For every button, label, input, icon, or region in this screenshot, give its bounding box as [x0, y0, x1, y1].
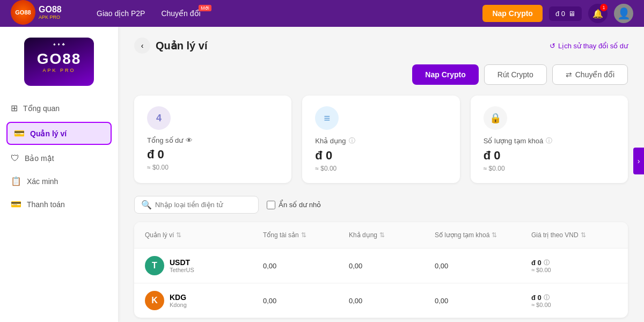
- kdg-icon: K: [145, 291, 164, 310]
- coin-sub-kdg: Kdong: [170, 302, 187, 308]
- coin-info-kdg: K KDG Kdong: [145, 291, 263, 310]
- grid-icon: ⊞: [11, 103, 18, 113]
- hide-small-checkbox[interactable]: [267, 201, 275, 209]
- wallet-icon: 💳: [14, 128, 25, 138]
- shield-icon: 🛡: [11, 153, 19, 163]
- kdg-vnd: đ 0 ⓘ: [531, 294, 628, 302]
- page-title-row: ‹ Quản lý ví: [134, 38, 207, 54]
- sort-icon-4[interactable]: ⇅: [581, 231, 586, 239]
- stats-cards: 4 Tổng số dư 👁 đ 0 ≈ $0.00 ≡ Khả dụng ⓘ …: [134, 96, 628, 183]
- coin-details-usdt: USDT TetherUS: [170, 258, 194, 273]
- coin-name-usdt: USDT: [170, 258, 194, 267]
- sort-icon-1[interactable]: ⇅: [301, 231, 306, 239]
- chuyen-doi-button[interactable]: ⇄ Chuyển đổi: [552, 64, 628, 85]
- th-tong-tai-san: Tổng tài sản ⇅: [263, 228, 349, 243]
- nav-links: Giao dịch P2P Chuyển đổi Mới: [97, 9, 466, 18]
- sidebar-item-xac-minh[interactable]: 📋 Xác minh: [0, 170, 118, 193]
- stat-label-locked: Số lượng tạm khoá ⓘ: [484, 136, 615, 145]
- search-icon: 🔍: [141, 200, 152, 210]
- coin-info-usdt: T USDT TetherUS: [145, 256, 263, 275]
- info-icon-usdt: ⓘ: [544, 259, 550, 267]
- nav-p2p[interactable]: Giao dịch P2P: [97, 9, 145, 18]
- usdt-total: 0,00: [263, 262, 349, 270]
- stat-card-kha-dung: ≡ Khả dụng ⓘ đ 0 ≈ $0.00: [302, 96, 459, 183]
- eye-icon[interactable]: 👁: [186, 136, 193, 144]
- stat-card-tam-khoa: 🔒 Số lượng tạm khoá ⓘ đ 0 ≈ $0.00: [471, 96, 628, 183]
- kdg-total: 0,00: [263, 297, 349, 305]
- locked-icon: 🔒: [484, 106, 507, 130]
- info-icon-kdg: ⓘ: [544, 294, 550, 302]
- main-layout: GO88 APK PRO ♠♦♣ ⊞ Tổng quan 💳 Quản lý v…: [0, 27, 644, 322]
- action-buttons: Nap Crypto Rút Crypto ⇄ Chuyển đổi: [134, 64, 628, 85]
- sidebar-label-quan-ly-vi: Quản lý ví: [30, 129, 67, 138]
- nap-crypto-button[interactable]: Nap Crypto: [412, 64, 478, 85]
- th-quan-ly-vi: Quản lý ví ⇅: [145, 228, 263, 243]
- navbar: GO88 GO88 APK PRO Giao dịch P2P Chuyển đ…: [0, 0, 644, 27]
- page-title: Quản lý ví: [156, 39, 207, 52]
- stat-value-locked: đ 0: [484, 149, 615, 163]
- stat-usd-kha: ≈ $0.00: [315, 165, 447, 172]
- th-gia-tri-vnd: Giá trị theo VND ⇅: [531, 228, 628, 243]
- stat-card-tong-so-du: 4 Tổng số dư 👁 đ 0 ≈ $0.00: [134, 96, 291, 183]
- balance-box: đ 0 🖥: [549, 6, 582, 21]
- hide-small-balance-label[interactable]: Ẩn số dư nhỏ: [267, 201, 321, 209]
- coin-details-kdg: KDG Kdong: [170, 293, 187, 308]
- scroll-right-arrow[interactable]: ›: [633, 148, 644, 174]
- kdg-available: 0,00: [349, 297, 435, 305]
- info-icon-available: ⓘ: [349, 136, 355, 145]
- logo: GO88 GO88 APK PRO: [11, 0, 80, 27]
- history-link[interactable]: ↺ Lịch sử thay đổi số dư: [550, 42, 628, 50]
- new-badge: Mới: [199, 5, 211, 11]
- sidebar: GO88 APK PRO ♠♦♣ ⊞ Tổng quan 💳 Quản lý v…: [0, 27, 118, 322]
- usdt-locked: 0,00: [435, 262, 531, 270]
- sidebar-label-thanh-toan: Thanh toán: [27, 200, 65, 209]
- nav-right: Nap Crypto đ 0 🖥 🔔 1 👤: [482, 4, 633, 23]
- search-input[interactable]: [155, 201, 252, 209]
- sidebar-label-tong-quan: Tổng quan: [23, 104, 60, 113]
- sidebar-item-thanh-toan[interactable]: 💳 Thanh toán: [0, 193, 118, 216]
- usdt-price: đ 0 ⓘ ≈ $0.00: [531, 259, 628, 273]
- coin-sub-usdt: TetherUS: [170, 267, 194, 273]
- sidebar-item-tong-quan[interactable]: ⊞ Tổng quan: [0, 97, 118, 120]
- sort-icon-3[interactable]: ⇅: [492, 231, 497, 239]
- table-header: Quản lý ví ⇅ Tổng tài sản ⇅ Khả dụng ⇅ S…: [134, 222, 628, 248]
- history-icon: ↺: [550, 42, 555, 50]
- kdg-locked: 0,00: [435, 297, 531, 305]
- sidebar-item-quan-ly-vi[interactable]: 💳 Quản lý ví: [6, 122, 112, 145]
- table-row: T USDT TetherUS 0,00 0,00 0,00 đ 0 ⓘ ≈ $…: [134, 248, 628, 283]
- table-row: K KDG Kdong 0,00 0,00 0,00 đ 0 ⓘ ≈ $0.00: [134, 283, 628, 318]
- sidebar-label-xac-minh: Xác minh: [27, 177, 58, 186]
- content-header: ‹ Quản lý ví ↺ Lịch sử thay đổi số dư: [134, 38, 628, 54]
- payment-icon: 💳: [11, 199, 21, 209]
- kdg-price: đ 0 ⓘ ≈ $0.00: [531, 294, 628, 308]
- rut-crypto-button[interactable]: Rút Crypto: [484, 64, 547, 85]
- usdt-vnd: đ 0 ⓘ: [531, 259, 628, 267]
- th-kha-dung: Khả dụng ⇅: [349, 228, 435, 243]
- usdt-icon: T: [145, 256, 164, 275]
- sort-icon-0[interactable]: ⇅: [176, 231, 181, 239]
- transfer-icon: ⇄: [566, 70, 572, 79]
- kdg-usd: ≈ $0.00: [531, 302, 628, 308]
- monitor-icon: 🖥: [568, 10, 575, 18]
- sidebar-item-bao-mat[interactable]: 🛡 Bảo mật: [0, 147, 118, 170]
- user-avatar[interactable]: 👤: [614, 4, 633, 23]
- balance-value: đ 0: [555, 10, 565, 18]
- nav-chuyen-doi[interactable]: Chuyển đổi Mới: [161, 9, 200, 18]
- notification-button[interactable]: 🔔 1: [588, 4, 608, 23]
- filter-bar: 🔍 Ẩn số dư nhỏ: [134, 196, 628, 214]
- nap-crypto-nav-button[interactable]: Nap Crypto: [482, 5, 542, 22]
- notification-badge: 1: [600, 4, 608, 11]
- th-so-luong-tam-khoa: Số lượng tạm khoá ⇅: [435, 228, 531, 243]
- wallet-table: Quản lý ví ⇅ Tổng tài sản ⇅ Khả dụng ⇅ S…: [134, 222, 628, 318]
- available-icon: ≡: [315, 106, 339, 130]
- sidebar-logo: GO88 APK PRO ♠♦♣: [0, 38, 118, 97]
- verify-icon: 📋: [11, 176, 21, 186]
- back-button[interactable]: ‹: [134, 38, 150, 54]
- chevron-left-icon: ‹: [141, 41, 144, 50]
- coin-name-kdg: KDG: [170, 293, 187, 302]
- stat-usd-locked: ≈ $0.00: [484, 165, 615, 172]
- sort-icon-2[interactable]: ⇅: [379, 231, 385, 239]
- search-wrap: 🔍: [134, 196, 259, 214]
- stat-value-tong: đ 0: [147, 148, 279, 162]
- sidebar-label-bao-mat: Bảo mật: [25, 154, 54, 163]
